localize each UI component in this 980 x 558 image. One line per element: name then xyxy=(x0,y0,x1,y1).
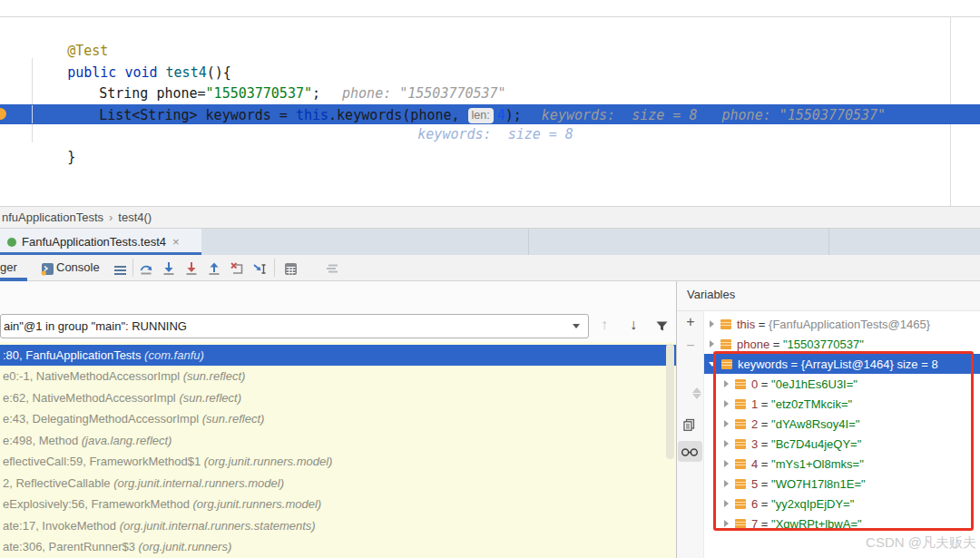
frame-package: (org.junit.runners.model) xyxy=(204,455,333,468)
breadcrumb: nfuApplicationTests › test4() xyxy=(0,206,980,229)
item-index: 5 xyxy=(751,477,758,491)
debugger-tab-underline xyxy=(0,278,27,281)
chevron-right-icon[interactable] xyxy=(710,340,714,348)
duplicate-watch-icon[interactable] xyxy=(682,418,696,436)
frame-package: (org.junit.runners) xyxy=(139,540,232,553)
breadcrumb-class[interactable]: nfuApplicationTests xyxy=(2,210,103,224)
item-value: "WO7H17l8n1E=" xyxy=(771,477,866,491)
filter-frames-icon[interactable] xyxy=(655,319,669,337)
list-item-7[interactable]: 7 = "XqwRPt+lbwA=" xyxy=(704,514,980,534)
equals-sign: = xyxy=(769,338,783,351)
list-item-3[interactable]: 3 = "Bc7D4u4jeQY=" xyxy=(704,434,980,454)
variable-value: {FanfuApplicationTests@1465} xyxy=(769,318,930,331)
value-icon xyxy=(735,499,746,509)
step-into-button[interactable] xyxy=(161,260,177,277)
equals-sign: = xyxy=(758,517,771,531)
frame-row[interactable]: :80, FanfuApplicationTests (com.fanfu) xyxy=(0,345,676,367)
value-icon xyxy=(735,399,746,409)
code-editor[interactable]: @Test public void test4(){ String phone=… xyxy=(0,0,980,206)
chevron-right-icon[interactable] xyxy=(724,520,729,527)
frame-row[interactable]: eflectiveCall:59, FrameworkMethod$1 (org… xyxy=(0,451,676,473)
frame-up-button[interactable]: ↑ xyxy=(601,317,608,333)
chevron-right-icon[interactable] xyxy=(724,400,729,407)
new-watch-button[interactable]: + xyxy=(680,314,701,330)
item-index: 7 xyxy=(751,517,758,531)
frames-scrollbar-thumb[interactable] xyxy=(666,344,674,459)
run-to-cursor-button[interactable] xyxy=(251,260,268,277)
list-item-5[interactable]: 5 = "WO7H17l8n1E=" xyxy=(704,474,980,494)
variable-value: "15503770537" xyxy=(783,338,864,351)
list-item-1[interactable]: 1 = "etz0zTMkcik=" xyxy=(704,394,980,414)
frame-row[interactable]: e:498, Method (java.lang.reflect) xyxy=(0,430,676,452)
frame-package: (java.lang.reflect) xyxy=(82,434,172,447)
frame-row[interactable]: eExplosively:56, FrameworkMethod (org.ju… xyxy=(0,494,676,515)
chevron-down-icon[interactable] xyxy=(573,324,580,328)
item-value: "etz0zTMkcik=" xyxy=(771,397,852,411)
value-icon xyxy=(721,359,732,369)
tab-debugger[interactable]: ger xyxy=(0,260,17,274)
list-item-6[interactable]: 6 = "yy2xqIpEjDY=" xyxy=(704,494,980,514)
frame-row[interactable]: e:43, DelegatingMethodAccessorImpl (sun.… xyxy=(0,408,676,430)
restore-layout-icon[interactable] xyxy=(112,262,128,279)
value-icon xyxy=(735,519,746,529)
chevron-right-icon[interactable] xyxy=(724,480,729,487)
code-line-println: System.out.println(keywords.size());keyw… xyxy=(50,107,573,162)
frame-package: (com.fanfu) xyxy=(144,348,204,362)
list-item-0[interactable]: 0 = "0eJ1hEs6U3I=" xyxy=(704,374,980,394)
chevron-right-icon[interactable] xyxy=(724,500,729,507)
chevron-down-icon[interactable] xyxy=(709,362,716,367)
chevron-right-icon[interactable] xyxy=(724,380,729,387)
force-step-into-button[interactable] xyxy=(183,260,200,277)
chevron-right-icon[interactable] xyxy=(710,320,714,328)
frame-row[interactable]: e:62, NativeMethodAccessorImpl (sun.refl… xyxy=(0,387,676,409)
frame-row[interactable]: ate:306, ParentRunner$3 (org.junit.runne… xyxy=(0,536,676,558)
variable-row-keywords[interactable]: keywords = {ArrayList@1464} size = 8 xyxy=(704,354,980,374)
equals-sign: = xyxy=(758,377,771,391)
tabbar-separator xyxy=(528,229,529,255)
toolbar-separator xyxy=(274,259,275,277)
variable-name: keywords xyxy=(738,357,788,371)
step-over-button[interactable] xyxy=(138,260,154,277)
frame-row[interactable]: ate:17, InvokeMethod (org.junit.internal… xyxy=(0,515,676,537)
inline-debug-hint: keywords: size = 8 xyxy=(417,126,573,142)
variable-row-phone[interactable]: phone = "15503770537" xyxy=(704,334,980,354)
item-value: "dYAw8Rsoy4I=" xyxy=(771,417,859,431)
show-watches-glasses-icon[interactable] xyxy=(681,445,700,462)
remove-watch-button[interactable]: − xyxy=(680,338,701,354)
tabbar-separator xyxy=(828,229,829,255)
equals-sign: = xyxy=(758,397,771,411)
frame-row[interactable]: 2, ReflectiveCallable (org.junit.interna… xyxy=(0,473,676,494)
list-item-2[interactable]: 2 = "dYAw8Rsoy4I=" xyxy=(704,414,980,434)
item-value: "XqwRPt+lbwA=" xyxy=(771,517,862,531)
toolbar-separator xyxy=(132,259,133,277)
frame-location: ate:306, ParentRunner$3 xyxy=(3,540,139,553)
frames-list[interactable]: :80, FanfuApplicationTests (com.fanfu) e… xyxy=(0,342,676,558)
item-value: "0eJ1hEs6U3I=" xyxy=(771,377,858,391)
close-icon[interactable]: × xyxy=(172,235,180,249)
value-icon xyxy=(735,419,746,429)
chevron-right-icon[interactable] xyxy=(724,440,729,447)
value-icon xyxy=(735,439,746,449)
chevron-right-icon[interactable] xyxy=(724,420,729,427)
triangle-down-glyph xyxy=(692,394,701,415)
thread-selector-dropdown[interactable]: ain"@1 in group "main": RUNNING xyxy=(0,314,589,338)
variable-name: phone xyxy=(737,338,769,351)
drop-frame-button[interactable] xyxy=(229,260,245,277)
layout-settings-icon[interactable] xyxy=(324,260,340,277)
frame-package: (sun.reflect) xyxy=(183,369,246,383)
tab-console[interactable]: Console xyxy=(56,260,100,274)
test-run-icon xyxy=(7,238,16,247)
step-out-button[interactable] xyxy=(206,260,222,277)
item-value: "Bc7D4u4jeQY=" xyxy=(771,437,861,451)
variable-row-this[interactable]: this = {FanfuApplicationTests@1465} xyxy=(704,314,980,334)
debugger-toolbar: ger Console xyxy=(0,255,980,281)
chevron-right-icon[interactable] xyxy=(724,460,729,467)
equals-sign: = xyxy=(758,437,771,451)
frame-down-button[interactable]: ↓ xyxy=(630,317,637,333)
list-item-4[interactable]: 4 = "mYs1+Ol8mks=" xyxy=(704,454,980,474)
evaluate-expression-button[interactable] xyxy=(282,260,299,277)
value-icon xyxy=(735,479,746,489)
frame-row[interactable]: e0:-1, NativeMethodAccessorImpl (sun.ref… xyxy=(0,366,676,387)
breadcrumb-method[interactable]: test4() xyxy=(118,210,152,224)
variable-value: {ArrayList@1464} xyxy=(801,357,894,371)
